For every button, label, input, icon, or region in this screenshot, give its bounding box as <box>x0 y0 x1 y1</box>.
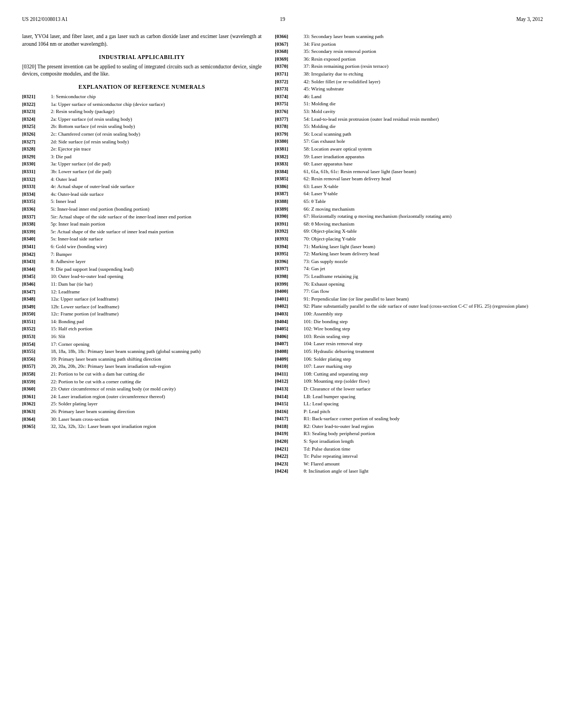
ref-content: 101: Die bonding step <box>303 318 556 325</box>
ref-tag: [0350] <box>22 311 51 318</box>
ref-content: 92: Plane substantially parallel to the … <box>303 303 556 310</box>
ref-content: 77: Gas flow <box>303 288 556 295</box>
list-item: [0331]3b: Lower surface (of die pad) <box>22 168 262 175</box>
ref-tag: [0393] <box>275 235 303 243</box>
ref-content: 4r: Actual shape of outer-lead side surf… <box>51 183 262 190</box>
ref-content: W: Flared amount <box>303 461 556 468</box>
list-item: [0424]θ: Inclination angle of laser ligh… <box>275 468 556 475</box>
list-item: [0413]D: Clearance of the lower surface <box>275 386 556 393</box>
ref-tag: [0347] <box>22 288 51 296</box>
list-item: [0368]35: Secondary resin removal portio… <box>275 48 556 55</box>
ref-content: 5r: Actual shape of the side surface of … <box>51 228 262 235</box>
list-item: [0335]5: Inner lead <box>22 198 262 205</box>
ref-content: 30: Laser beam cross-section <box>51 416 262 423</box>
ref-tag: [0411] <box>275 371 303 378</box>
list-item: [0375]51: Molding die <box>275 100 556 108</box>
ref-tag: [0403] <box>275 311 303 318</box>
list-item: [0338]5p: Inner lead main portion <box>22 221 262 228</box>
list-item: [0405]102: Wire bonding step <box>275 325 556 333</box>
ref-tag: [0382] <box>275 153 303 160</box>
list-item: [0332]4: Outer lead <box>22 176 262 183</box>
ref-content: 3: Die pad <box>51 153 262 160</box>
ref-content: 103: Resin sealing step <box>303 333 556 340</box>
ref-tag: [0414] <box>275 393 303 400</box>
ref-content: 6: Gold wire (bonding wire) <box>51 243 262 250</box>
list-item: [0366]33: Secondary laser beam scanning … <box>275 33 556 40</box>
ref-content: D: Clearance of the lower surface <box>303 386 556 393</box>
ref-content: 10: Outer lead-to-outer lead opening <box>51 273 262 280</box>
list-item: [0382]59: Laser irradiation apparatus <box>275 153 556 160</box>
list-item: [0384]61, 61a, 61b, 61c: Resin removal l… <box>275 168 556 175</box>
ref-content: 66: Z moving mechanism <box>303 206 556 213</box>
ref-tag: [0336] <box>22 206 51 213</box>
ref-content: 108: Cutting and separating step <box>303 371 556 378</box>
ref-tag: [0374] <box>275 93 303 100</box>
ref-tag: [0416] <box>275 408 303 415</box>
list-item: [0365]32, 32a, 32b, 32c: Laser beam spot… <box>22 423 262 430</box>
ref-tag: [0404] <box>275 318 303 325</box>
list-item: [0354]17: Corner opening <box>22 341 262 348</box>
ref-tag: [0394] <box>275 243 303 250</box>
list-item: [0406]103: Resin sealing step <box>275 333 556 340</box>
ref-content: 19: Primary laser beam scanning path shi… <box>51 356 262 363</box>
ref-tag: [0415] <box>275 400 303 408</box>
ref-content: 75: Leadframe retaining jig <box>303 273 556 280</box>
ref-content: 53: Mold cavity <box>303 108 556 115</box>
list-item: [0401]91: Perpendicular line (or line pa… <box>275 296 556 303</box>
list-item: [0415]LL: Lead spacing <box>275 400 556 408</box>
list-item: [0344]9: Die pad support lead (suspendin… <box>22 266 262 273</box>
ref-content: 58: Location aware optical system <box>303 146 556 153</box>
list-item: [0333]4r: Actual shape of outer-lead sid… <box>22 183 262 190</box>
ref-content: 17: Corner opening <box>51 341 262 348</box>
ref-tag: [0331] <box>22 168 51 175</box>
ref-content: 5: Inner lead <box>51 198 262 205</box>
ref-tag: [0321] <box>22 93 51 100</box>
ref-tag: [0409] <box>275 356 303 363</box>
ref-content: 100: Assembly step <box>303 311 556 318</box>
list-item: [0420]S: Spot irradiation length <box>275 438 556 445</box>
ref-content: 2c: Chamfered corner (of resin sealing b… <box>51 131 262 138</box>
ref-content: 46: Land <box>303 93 556 100</box>
list-item: [0336]5i: Inner-lead inner end portion (… <box>22 206 262 213</box>
ref-content: S: Spot irradiation length <box>303 438 556 445</box>
list-item: [0323]2: Resin sealing body (package) <box>22 108 262 115</box>
list-item: [0422]Tr: Pulse repeating interval <box>275 453 556 460</box>
ref-tag: [0397] <box>275 265 303 272</box>
ref-tag: [0364] <box>22 416 51 423</box>
ref-content: 60: Laser apparatus base <box>303 160 556 168</box>
ref-tag: [0341] <box>22 243 51 250</box>
ref-tag: [0363] <box>22 408 51 415</box>
ref-content: R1: Back-surface corner portion of seali… <box>303 415 556 422</box>
list-item: [0389]66: Z moving mechanism <box>275 206 556 213</box>
ref-tag: [0375] <box>275 100 303 108</box>
ref-tag: [0366] <box>275 33 303 40</box>
ref-tag: [0389] <box>275 206 303 213</box>
ref-tag: [0410] <box>275 363 303 370</box>
ref-content: 9: Die pad support lead (suspending lead… <box>51 266 262 273</box>
ref-tag: [0378] <box>275 123 303 130</box>
ref-content: 64: Laser Y-table <box>303 190 556 197</box>
ref-content: 2b: Bottom surface (of resin sealing bod… <box>51 123 262 130</box>
ref-content: 21: Portion to be cut with a dam bar cut… <box>51 371 262 378</box>
ref-content: 57: Gas exhaust hole <box>303 138 556 145</box>
list-item: [0359]22: Portion to be cut with a corne… <box>22 378 262 386</box>
list-item: [0372]42: Solder fillet (or re-solidifie… <box>275 78 556 85</box>
page-header: US 2012/0108013 A1 19 May 3, 2012 <box>22 17 543 22</box>
ref-tag: [0383] <box>275 160 303 168</box>
ref-content: 12c: Frame portion (of leadframe) <box>51 311 262 318</box>
ref-content: 4s: Outer-lead side surface <box>51 191 262 198</box>
ref-tag: [0362] <box>22 400 51 408</box>
ref-content: 34: First portion <box>303 41 556 48</box>
ref-content: 3b: Lower surface (of die pad) <box>51 168 262 175</box>
ref-tag: [0371] <box>275 71 303 78</box>
ref-tag: [0421] <box>275 446 303 453</box>
ref-tag: [0386] <box>275 183 303 190</box>
ref-tag: [0376] <box>275 108 303 115</box>
list-item: [0351]14: Bonding pad <box>22 318 262 325</box>
list-item: [0329]3: Die pad <box>22 153 262 160</box>
ref-tag: [0325] <box>22 123 51 130</box>
right-refs-list: [0366]33: Secondary laser beam scanning … <box>275 33 556 475</box>
ref-tag: [0423] <box>275 461 303 468</box>
list-item: [0381]58: Location aware optical system <box>275 146 556 153</box>
ref-tag: [0357] <box>22 363 51 370</box>
